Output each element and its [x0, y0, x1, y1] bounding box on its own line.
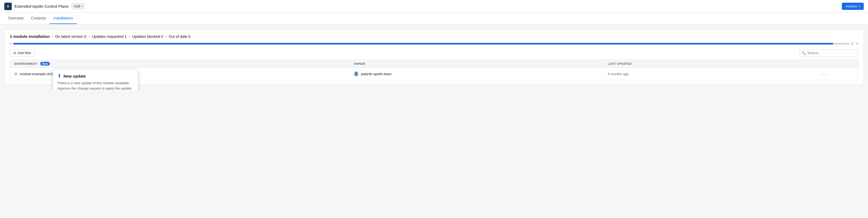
progress-red-val: 0	[851, 42, 853, 45]
new-badge: New	[40, 62, 50, 66]
main-content: 1 module installation • On latest versio…	[0, 24, 868, 90]
search-input[interactable]	[800, 49, 858, 57]
module-count: 1 module installation	[10, 34, 50, 39]
actions-label: Actions	[846, 4, 857, 8]
tooltip-title: New update	[63, 74, 86, 78]
avatar: 👤	[353, 71, 359, 76]
progress-fill	[13, 43, 833, 44]
app-logo: A	[4, 3, 12, 10]
chevron-down-icon: ▾	[859, 5, 860, 8]
col-header-last-updated: LAST UPDATED	[603, 60, 816, 68]
app-header: A Extended Apollo Control Plane V19 ▾ Ac…	[0, 0, 868, 13]
actions-button[interactable]: Actions ▾	[842, 3, 864, 10]
owner-cell: 👤 palantir-apollo-team	[349, 68, 603, 80]
progress-right: 0 0	[851, 42, 858, 45]
module-icon: ⊞	[14, 72, 18, 76]
tab-installations[interactable]: Installations	[50, 13, 77, 24]
progress-left-label: 0	[10, 42, 11, 45]
last-updated-cell: 6 months ago	[603, 68, 816, 80]
stats-card: 1 module installation • On latest versio…	[4, 30, 864, 85]
add-filter-label: Add filter	[18, 51, 31, 55]
add-filter-button[interactable]: ⊟ Add filter	[10, 49, 35, 57]
tab-overview[interactable]: Overview	[4, 13, 27, 24]
col-header-row-actions	[815, 60, 858, 68]
col-header-owner: OWNER	[349, 60, 603, 68]
updates-requested-stat: Updates requested 1	[92, 34, 127, 39]
tooltip-update-icon: ⬆	[57, 73, 61, 79]
filter-icon: ⊟	[13, 51, 16, 55]
updates-blocked-stat: Updates blocked 0	[132, 34, 163, 39]
progress-track	[13, 43, 850, 44]
version-dropdown[interactable]: V19 ▾	[71, 3, 85, 9]
header-left: A Extended Apollo Control Plane V19 ▾	[4, 3, 85, 10]
on-latest-stat: On latest version 0	[55, 34, 86, 39]
search-container: 🔍	[800, 49, 858, 57]
tab-contents[interactable]: Contents	[27, 13, 50, 24]
app-title: Extended Apollo Control Plane	[14, 4, 68, 8]
tooltip-header: ⬆ New update	[57, 73, 134, 79]
table-wrap: ENVIRONMENT New OWNER LAST UPDATED	[10, 60, 858, 80]
col-header-environment: ENVIRONMENT New	[10, 60, 349, 68]
version-label: V19	[73, 4, 80, 8]
more-options-button[interactable]: ⋯	[820, 70, 828, 77]
toolbar: ⊟ Add filter 🔍	[10, 49, 858, 57]
nav-tabs: Overview Contents Installations	[0, 13, 868, 24]
progress-normal-val: 0	[856, 42, 858, 45]
search-icon: 🔍	[802, 51, 806, 55]
stats-header: 1 module installation • On latest versio…	[10, 34, 858, 39]
out-of-date-stat: Out of date 0	[169, 34, 190, 39]
owner-name: palantir-apollo-team	[361, 72, 392, 76]
row-more-actions: ⋯	[815, 68, 858, 80]
tooltip-popup: ⬆ New update There is a new update of th…	[53, 69, 138, 90]
chevron-down-icon: ▾	[81, 5, 83, 8]
tooltip-description: There is a new update of this module ava…	[57, 80, 134, 90]
progress-bar-container: 0 0 0	[10, 42, 858, 45]
module-name: module-example-cls3	[20, 72, 53, 76]
